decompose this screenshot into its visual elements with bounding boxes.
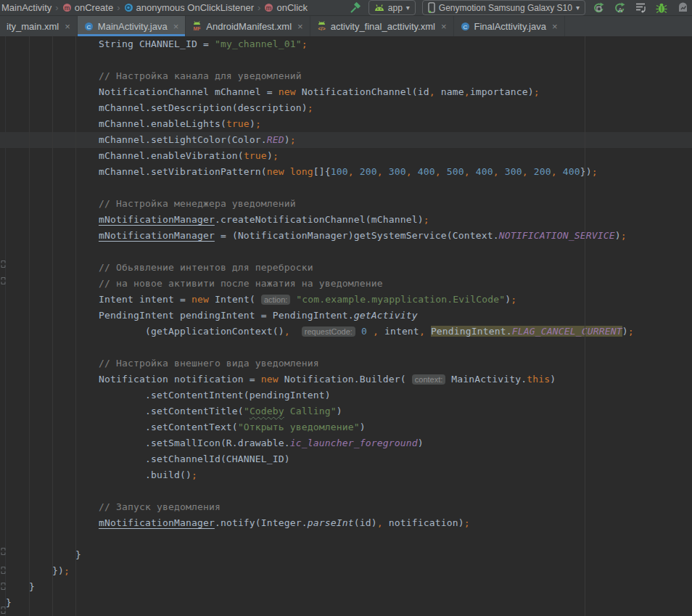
code-token: // Настройка внешнего вида уведомления	[6, 358, 319, 369]
debug-button[interactable]	[655, 1, 668, 15]
toolbar-actions: A	[592, 1, 689, 15]
code-token: mChannel.enableLights(	[6, 118, 226, 129]
code-line	[0, 531, 692, 547]
method-icon: m	[264, 3, 273, 12]
code-token: ,	[435, 166, 441, 177]
breadcrumb-item-oncreate[interactable]: monCreate	[62, 2, 113, 13]
fold-marker-icon[interactable]	[0, 546, 7, 559]
code-token: true	[244, 150, 267, 161]
code-token: "	[244, 406, 250, 416]
code-token: ;	[290, 134, 296, 145]
code-token: )	[267, 150, 273, 161]
toolbar-right-controls: app ▾ Genymotion Samsung Galaxy S10 ▾ A	[349, 0, 689, 15]
apply-code-changes-button[interactable]: A	[613, 1, 626, 15]
rerun-button[interactable]	[592, 1, 605, 15]
tab-finalacttivity-java[interactable]: CFinalActtivity.java×	[454, 16, 565, 36]
code-token: ,	[377, 517, 383, 528]
code-token: ;	[621, 230, 627, 241]
code-text-area[interactable]: String CHANNEL_ID = "my_channel_01"; // …	[0, 36, 692, 616]
code-token: )	[360, 422, 366, 432]
code-token: }	[6, 549, 81, 560]
breadcrumb-label: onClick	[276, 2, 308, 13]
code-token: Calling"	[284, 406, 337, 416]
code-token: // Запуск уведомления	[6, 501, 221, 512]
code-token: .build()	[6, 469, 191, 480]
code-token: // на новое активити после нажатия на ув…	[6, 278, 383, 289]
breadcrumb-item-anonymous-onclicklistener[interactable]: anonymous OnClickListener	[124, 2, 255, 13]
code-token	[290, 326, 302, 337]
param-hint-chip: context:	[412, 374, 446, 385]
code-line: Notification notification = new Notifica…	[0, 371, 692, 387]
fold-marker-icon[interactable]	[0, 564, 7, 578]
fold-marker-icon[interactable]	[0, 275, 7, 288]
code-token: Intent(	[209, 294, 261, 305]
tab-mainactivity-java[interactable]: CMainActivity.java×	[78, 16, 186, 36]
code-token: ;	[464, 517, 470, 528]
code-token: = (NotificationManager)getSystemService(…	[215, 230, 499, 241]
code-token	[355, 326, 361, 337]
tab-label: activity_final_acttivity.xml	[331, 21, 435, 32]
code-token: new	[261, 374, 279, 385]
code-line: mChannel.setLightColor(Color.RED);	[0, 132, 692, 148]
code-token: ;	[64, 565, 70, 576]
code-line: .setContentIntent(pendingIntent)	[0, 387, 692, 403]
code-token: mChannel.setVibrationPattern(	[6, 166, 267, 177]
code-token: new	[267, 166, 284, 177]
code-token: // Настройка канала для уведомлений	[6, 70, 302, 81]
code-line: (getApplicationContext(), requestCode: 0…	[0, 324, 692, 340]
breadcrumb-item-mainactivity[interactable]: MainActivity	[1, 2, 52, 13]
code-token: }	[6, 581, 35, 592]
code-line: // Обьявление интентов для переброски	[0, 260, 692, 276]
code-line	[0, 180, 692, 196]
code-token: ,	[551, 166, 557, 177]
close-icon[interactable]: ×	[297, 21, 303, 32]
code-token: .createNotificationChannel(mChannel)	[215, 214, 424, 225]
close-icon[interactable]: ×	[441, 21, 447, 32]
code-line: // Настройка канала для уведомлений	[0, 68, 692, 84]
code-line: .setContentText("Открыть уведомление")	[0, 419, 692, 435]
code-line: mNotificationManager.createNotificationC…	[0, 212, 692, 228]
code-token	[6, 230, 99, 241]
code-token: })	[6, 565, 64, 576]
code-line: // Настройка внешнего вида уведомления	[0, 356, 692, 371]
main-toolbar: MainActivity›monCreate›anonymous OnClick…	[0, 0, 692, 16]
close-icon[interactable]: ×	[552, 21, 558, 32]
code-line: mChannel.setVibrationPattern(new long[]{…	[0, 164, 692, 180]
code-token: NotificationChannel(id	[296, 86, 429, 97]
code-token: ;	[511, 294, 516, 305]
code-token: ;	[308, 102, 313, 113]
code-token: parseInt	[308, 517, 354, 528]
code-token: ic_launcher_foreground	[290, 438, 418, 448]
fold-marker-icon[interactable]	[0, 604, 7, 616]
code-editor[interactable]: String CHANNEL_ID = "my_channel_01"; // …	[0, 36, 692, 616]
close-icon[interactable]: ×	[65, 21, 70, 32]
profiler-button[interactable]	[676, 1, 689, 15]
code-token: ,	[284, 326, 290, 337]
code-token: mChannel.setLightColor(Color.	[6, 134, 267, 145]
code-line	[0, 52, 692, 68]
close-icon[interactable]: ×	[173, 21, 179, 32]
fold-marker-icon[interactable]	[0, 258, 7, 271]
tab-androidmanifest-xml[interactable]: MFAndroidManifest.xml×	[186, 16, 310, 36]
code-line: .setChannelId(CHANNEL_ID)	[0, 451, 692, 467]
code-token: notification)	[383, 517, 464, 528]
tab-activity-final-acttivity-xml[interactable]: </>activity_final_acttivity.xml×	[310, 16, 454, 36]
code-token	[425, 326, 431, 337]
code-line: mNotificationManager = (NotificationMana…	[0, 228, 692, 244]
fold-marker-icon[interactable]	[0, 580, 7, 594]
svg-text:A: A	[617, 6, 622, 13]
breadcrumb-item-onclick[interactable]: monClick	[264, 2, 308, 13]
coverage-button[interactable]	[634, 1, 647, 15]
tab-ity-main-xml[interactable]: ity_main.xml×	[0, 16, 78, 36]
code-token: .setContentIntent(pendingIntent)	[6, 390, 331, 401]
build-hammer-icon[interactable]	[349, 1, 362, 15]
code-token: 500	[447, 166, 464, 177]
tab-label: AndroidManifest.xml	[206, 21, 292, 32]
run-configuration-select[interactable]: app ▾	[368, 0, 416, 15]
svg-text:C: C	[463, 23, 467, 30]
code-token: getActivity	[354, 310, 418, 321]
code-token: .notify(Integer.	[215, 517, 308, 528]
param-hint-chip: requestCode:	[302, 327, 355, 337]
device-select[interactable]: Genymotion Samsung Galaxy S10 ▾	[422, 0, 585, 15]
svg-text:m: m	[64, 4, 70, 12]
